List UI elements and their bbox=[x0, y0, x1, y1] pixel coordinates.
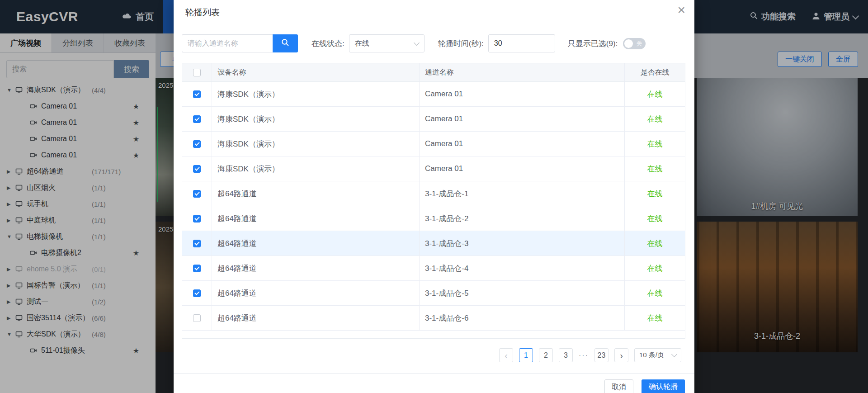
channel-search-button[interactable] bbox=[273, 34, 298, 52]
prev-page-button[interactable]: ‹ bbox=[499, 348, 513, 362]
page-size-value: 10 条/页 bbox=[639, 351, 664, 360]
channel-name-cell: Camera 01 bbox=[420, 82, 625, 106]
device-name-cell: 超64路通道 bbox=[212, 231, 420, 256]
close-icon[interactable]: × bbox=[677, 2, 685, 18]
confirm-carousel-button[interactable]: 确认轮播 bbox=[642, 379, 685, 393]
table-row[interactable]: 超64路通道3-1-成品仓-4在线 bbox=[182, 256, 685, 281]
checkbox-cell bbox=[182, 281, 212, 305]
online-status: 在线 bbox=[625, 231, 685, 256]
select-all-checkbox[interactable] bbox=[193, 69, 201, 76]
checkbox-cell bbox=[182, 107, 212, 131]
toggle-knob bbox=[624, 39, 633, 48]
row-checkbox[interactable] bbox=[193, 90, 201, 98]
interval-input[interactable] bbox=[488, 34, 555, 52]
selected-only-label: 只显示已选(9): bbox=[568, 38, 618, 49]
checkbox-cell bbox=[182, 256, 212, 280]
channel-name-cell: 3-1-成品仓-4 bbox=[420, 256, 625, 280]
channel-name-cell: Camera 01 bbox=[420, 156, 625, 181]
online-status: 在线 bbox=[625, 156, 685, 181]
channel-search-input[interactable] bbox=[182, 34, 273, 52]
online-status-label: 在线状态: bbox=[311, 38, 344, 49]
chevron-right-icon: › bbox=[620, 351, 623, 360]
carousel-list-dialog: 轮播列表 × 在线状态: 在线 轮播时间(秒): 只显示已选(9): 关 设备名… bbox=[174, 0, 694, 393]
checkbox-cell bbox=[182, 82, 212, 106]
cancel-button[interactable]: 取消 bbox=[604, 379, 633, 393]
online-status: 在线 bbox=[625, 206, 685, 231]
row-checkbox[interactable] bbox=[193, 240, 201, 247]
table-row[interactable]: 超64路通道3-1-成品仓-3在线 bbox=[182, 231, 685, 256]
selected-only-toggle[interactable]: 关 bbox=[623, 38, 646, 49]
channel-table: 设备名称 通道名称 是否在线 海康SDK（演示）Camera 01在线海康SDK… bbox=[182, 63, 685, 339]
device-name-cell: 海康SDK（演示） bbox=[212, 107, 420, 131]
table-row[interactable]: 海康SDK（演示）Camera 01在线 bbox=[182, 156, 685, 181]
checkbox-cell bbox=[182, 306, 212, 330]
interval-label: 轮播时间(秒): bbox=[438, 38, 484, 49]
row-checkbox[interactable] bbox=[193, 314, 201, 322]
page-ellipsis[interactable]: ··· bbox=[579, 351, 589, 360]
online-status: 在线 bbox=[625, 306, 685, 330]
checkbox-cell bbox=[182, 206, 212, 231]
toggle-state-label: 关 bbox=[636, 40, 642, 48]
header-channel-name: 通道名称 bbox=[420, 63, 625, 81]
page-button[interactable]: 3 bbox=[559, 348, 573, 362]
row-checkbox[interactable] bbox=[193, 265, 201, 272]
page-size-select[interactable]: 10 条/页 bbox=[634, 348, 681, 362]
checkbox-cell bbox=[182, 181, 212, 206]
chevron-left-icon: ‹ bbox=[505, 351, 508, 360]
header-device-name: 设备名称 bbox=[212, 63, 420, 81]
checkbox-cell bbox=[182, 156, 212, 181]
device-name-cell: 海康SDK（演示） bbox=[212, 132, 420, 156]
chevron-down-icon bbox=[414, 40, 420, 46]
channel-table-body: 海康SDK（演示）Camera 01在线海康SDK（演示）Camera 01在线… bbox=[182, 82, 685, 331]
online-status-value: 在线 bbox=[355, 39, 369, 48]
table-header: 设备名称 通道名称 是否在线 bbox=[182, 63, 685, 82]
search-icon bbox=[281, 38, 289, 48]
table-row[interactable]: 超64路通道3-1-成品仓-1在线 bbox=[182, 181, 685, 206]
chevron-down-icon bbox=[671, 351, 677, 357]
row-checkbox[interactable] bbox=[193, 289, 201, 297]
page-button[interactable]: 23 bbox=[594, 348, 609, 362]
channel-name-cell: 3-1-成品仓-6 bbox=[420, 306, 625, 330]
page-button[interactable]: 1 bbox=[519, 348, 533, 362]
row-checkbox[interactable] bbox=[193, 215, 201, 223]
channel-name-cell: Camera 01 bbox=[420, 107, 625, 131]
online-status: 在线 bbox=[625, 256, 685, 280]
row-checkbox[interactable] bbox=[193, 190, 201, 198]
device-name-cell: 超64路通道 bbox=[212, 306, 420, 330]
device-name-cell: 超64路通道 bbox=[212, 281, 420, 305]
next-page-button[interactable]: › bbox=[614, 348, 628, 362]
channel-name-cell: 3-1-成品仓-5 bbox=[420, 281, 625, 305]
channel-name-cell: 3-1-成品仓-3 bbox=[420, 231, 625, 256]
row-checkbox[interactable] bbox=[193, 115, 201, 123]
checkbox-cell bbox=[182, 132, 212, 156]
device-name-cell: 海康SDK（演示） bbox=[212, 156, 420, 181]
table-row[interactable]: 超64路通道3-1-成品仓-6在线 bbox=[182, 306, 685, 331]
online-status: 在线 bbox=[625, 132, 685, 156]
table-row[interactable]: 海康SDK（演示）Camera 01在线 bbox=[182, 132, 685, 156]
select-all-cell bbox=[182, 63, 212, 81]
device-name-cell: 海康SDK（演示） bbox=[212, 82, 420, 106]
table-row[interactable]: 海康SDK（演示）Camera 01在线 bbox=[182, 82, 685, 107]
dialog-footer: 取消 确认轮播 bbox=[174, 373, 694, 393]
checkbox-cell bbox=[182, 231, 212, 256]
channel-name-cell: 3-1-成品仓-2 bbox=[420, 206, 625, 231]
table-row[interactable]: 超64路通道3-1-成品仓-5在线 bbox=[182, 281, 685, 306]
online-status: 在线 bbox=[625, 181, 685, 206]
row-checkbox[interactable] bbox=[193, 140, 201, 148]
dialog-title: 轮播列表 bbox=[185, 7, 220, 19]
device-name-cell: 超64路通道 bbox=[212, 256, 420, 280]
pagination: ‹ 123···23 › 10 条/页 bbox=[499, 348, 681, 362]
online-status-select[interactable]: 在线 bbox=[349, 34, 425, 52]
table-row[interactable]: 海康SDK（演示）Camera 01在线 bbox=[182, 107, 685, 132]
online-status: 在线 bbox=[625, 281, 685, 305]
row-checkbox[interactable] bbox=[193, 165, 201, 173]
page-button[interactable]: 2 bbox=[539, 348, 553, 362]
channel-name-cell: 3-1-成品仓-1 bbox=[420, 181, 625, 206]
online-status: 在线 bbox=[625, 107, 685, 131]
header-online-status: 是否在线 bbox=[625, 63, 685, 81]
device-name-cell: 超64路通道 bbox=[212, 181, 420, 206]
device-name-cell: 超64路通道 bbox=[212, 206, 420, 231]
channel-name-cell: Camera 01 bbox=[420, 132, 625, 156]
table-row[interactable]: 超64路通道3-1-成品仓-2在线 bbox=[182, 206, 685, 231]
online-status: 在线 bbox=[625, 82, 685, 106]
